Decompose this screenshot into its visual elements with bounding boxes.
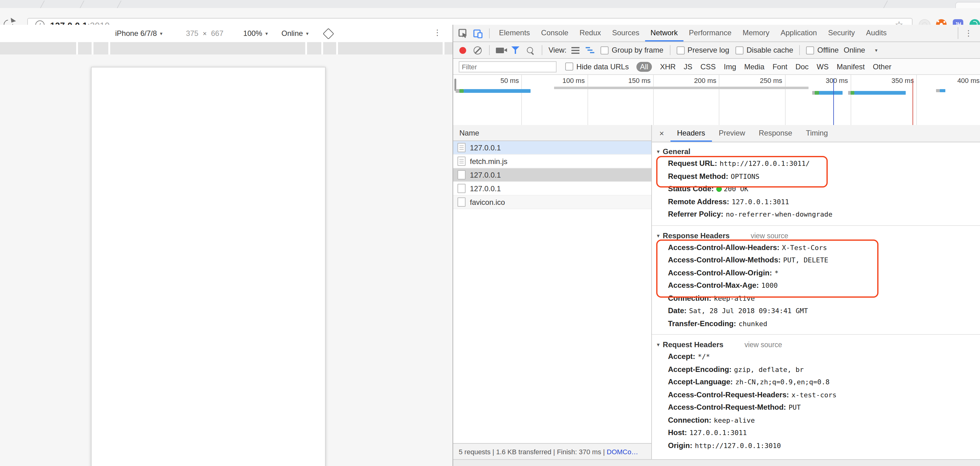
view-source-link[interactable]: view source xyxy=(751,230,788,241)
header-line: Status Code:200 OK xyxy=(652,183,980,195)
toggle-device-toolbar-icon[interactable] xyxy=(473,28,483,38)
tab-application[interactable]: Application xyxy=(775,25,822,41)
hide-data-urls-checkbox[interactable]: Hide data URLs xyxy=(565,62,629,71)
media-query-segment xyxy=(307,42,321,54)
waterfall-bar-segment xyxy=(854,91,906,95)
disable-cache-checkbox[interactable]: Disable cache xyxy=(735,46,793,54)
table-row[interactable]: 127.0.0.1 xyxy=(453,141,651,155)
divider xyxy=(489,45,490,55)
filter-type-xhr[interactable]: XHR xyxy=(660,62,676,71)
filter-type-font[interactable]: Font xyxy=(773,62,788,71)
section-request-headers[interactable]: ▾ Request Headers view source xyxy=(652,339,980,350)
filter-type-other[interactable]: Other xyxy=(873,62,891,71)
overview-tick-label: 200 ms xyxy=(674,77,716,84)
filter-type-manifest[interactable]: Manifest xyxy=(837,62,865,71)
device-viewport[interactable] xyxy=(91,67,326,466)
zoom-select[interactable]: 100% ▾ xyxy=(243,29,268,38)
tab-response[interactable]: Response xyxy=(752,125,799,142)
tab-headers[interactable]: Headers xyxy=(670,125,712,142)
devtools-menu-icon[interactable]: ⋮ xyxy=(958,27,976,39)
filter-icon[interactable] xyxy=(511,46,519,54)
column-header-name[interactable]: Name xyxy=(453,125,651,141)
view-waterfall-icon[interactable] xyxy=(585,47,594,54)
waterfall-bar-segment xyxy=(456,89,460,93)
tab-separator xyxy=(80,1,84,8)
filter-type-all[interactable]: All xyxy=(636,62,652,72)
offline-checkbox[interactable]: Offline xyxy=(807,46,839,54)
filter-type-ws[interactable]: WS xyxy=(816,62,829,71)
tab-elements[interactable]: Elements xyxy=(493,25,536,41)
tab-preview[interactable]: Preview xyxy=(712,125,752,142)
devtools-bottom-strip xyxy=(453,459,980,466)
header-line: Request URL:http://127.0.0.1:3011/ xyxy=(652,157,980,170)
viewport-width-field[interactable]: 375 xyxy=(186,29,199,38)
overview-tick-label: 150 ms xyxy=(609,77,651,84)
divider xyxy=(652,334,980,335)
network-throttle-select[interactable]: Online ▾ xyxy=(843,46,877,54)
clear-icon[interactable] xyxy=(474,46,482,54)
zoom-select-label: 100% xyxy=(243,29,262,38)
overview-tick-label: 350 ms xyxy=(872,77,914,84)
device-toolbar-menu-icon[interactable]: ⋮ xyxy=(433,28,441,37)
filter-type-doc[interactable]: Doc xyxy=(795,62,809,71)
overview-tick-label: 250 ms xyxy=(740,77,782,84)
table-row[interactable]: favicon.ico xyxy=(453,196,651,209)
tab-console[interactable]: Console xyxy=(536,25,574,41)
filter-type-js[interactable]: JS xyxy=(684,62,692,71)
tab-sources[interactable]: Sources xyxy=(607,25,645,41)
table-row[interactable]: fetch.min.js xyxy=(453,155,651,168)
waterfall-bar-segment xyxy=(554,87,808,89)
filter-input[interactable] xyxy=(459,61,557,72)
request-list: Name 127.0.0.1 fetch.min.js 127.0.0.1 12… xyxy=(453,125,652,466)
throttle-select[interactable]: Online ▾ xyxy=(282,29,308,38)
disclosure-triangle-icon: ▾ xyxy=(657,146,660,157)
request-name: 127.0.0.1 xyxy=(470,170,501,179)
filter-type-css[interactable]: CSS xyxy=(700,62,716,71)
browser-tab[interactable] xyxy=(955,2,980,8)
device-select-label: iPhone 6/7/8 xyxy=(115,29,157,38)
header-line: Accept:*/* xyxy=(652,350,980,363)
waterfall-bar-segment xyxy=(460,89,464,93)
tab-performance[interactable]: Performance xyxy=(684,25,737,41)
record-icon[interactable] xyxy=(459,47,466,54)
media-query-segment xyxy=(323,42,336,54)
group-by-frame-checkbox[interactable]: Group by frame xyxy=(600,46,663,54)
close-icon[interactable]: × xyxy=(659,129,664,138)
viewport-size: 375 × 667 xyxy=(186,29,223,38)
header-line: Referrer Policy:no-referrer-when-downgra… xyxy=(652,208,980,221)
headers-view: ▾ General Request URL:http://127.0.0.1:3… xyxy=(652,142,980,459)
view-source-link[interactable]: view source xyxy=(745,339,782,350)
header-line: Remote Address:127.0.0.1:3011 xyxy=(652,195,980,208)
section-general[interactable]: ▾ General xyxy=(652,146,980,157)
group-by-frame-label: Group by frame xyxy=(612,46,663,54)
throttle-select-label: Online xyxy=(282,29,303,38)
device-select[interactable]: iPhone 6/7/8 ▾ xyxy=(115,29,162,38)
tab-audits[interactable]: Audits xyxy=(861,25,892,41)
filter-type-img[interactable]: Img xyxy=(724,62,736,71)
filter-type-media[interactable]: Media xyxy=(744,62,764,71)
inspect-element-icon[interactable] xyxy=(458,28,468,38)
table-row[interactable]: 127.0.0.1 xyxy=(453,168,651,182)
tab-network[interactable]: Network xyxy=(645,25,684,41)
table-row[interactable]: 127.0.0.1 xyxy=(453,182,651,196)
chevron-down-icon: ▾ xyxy=(160,31,162,36)
search-icon[interactable] xyxy=(527,47,533,53)
tab-timing[interactable]: Timing xyxy=(799,125,835,142)
tab-redux[interactable]: Redux xyxy=(574,25,606,41)
view-list-icon[interactable] xyxy=(571,47,579,54)
viewport-height-field[interactable]: 667 xyxy=(211,29,223,38)
script-icon xyxy=(458,157,466,166)
tab-security[interactable]: Security xyxy=(822,25,861,41)
section-response-headers[interactable]: ▾ Response Headers view source xyxy=(652,230,980,241)
document-icon xyxy=(458,170,466,180)
disclosure-triangle-icon: ▾ xyxy=(657,339,660,350)
waterfall-bar-segment xyxy=(851,91,854,95)
summary-domcontentloaded-link[interactable]: DOMCo… xyxy=(607,448,638,455)
preserve-log-checkbox[interactable]: Preserve log xyxy=(676,46,729,54)
screenshot-capture-icon[interactable] xyxy=(496,47,504,53)
tab-memory[interactable]: Memory xyxy=(737,25,775,41)
header-line: Access-Control-Max-Age:1000 xyxy=(652,279,980,292)
checkbox-icon xyxy=(676,46,684,54)
document-icon xyxy=(458,197,466,207)
rotate-icon[interactable] xyxy=(323,28,334,39)
